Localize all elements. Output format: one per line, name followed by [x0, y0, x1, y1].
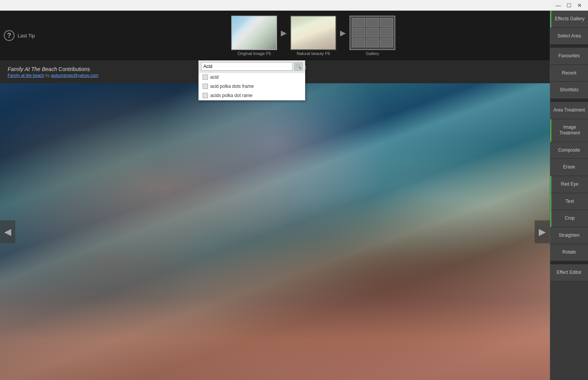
dropdown-item-2[interactable]: acids polka dot rame [199, 91, 305, 100]
sidebar-btn-red-eye[interactable]: Red Eye [550, 176, 588, 193]
item-label-2: acids polka dot rame [210, 93, 253, 98]
sidebar-divider-3 [550, 261, 588, 264]
nav-arrow-left[interactable]: ◀ [0, 220, 15, 243]
image-area: ◀ ▶ [0, 83, 550, 380]
thumb-original[interactable]: Original Image F5 [231, 16, 277, 56]
sidebar-btn-composite[interactable]: Composite [550, 142, 588, 159]
title-italic: Family At The Beach [8, 66, 57, 72]
thumbnail-strip: Original Image F5 ▶ Natural beauty F6 ▶ [43, 16, 584, 56]
dropdown-item-0[interactable]: acid [199, 73, 305, 82]
sidebar-btn-area-treatment[interactable]: Area Treatment [550, 102, 588, 119]
sidebar-btn-straighten[interactable]: Straighten [550, 227, 588, 244]
sidebar-btn-shortlists[interactable]: Shortlists [550, 82, 588, 99]
thumb-gallery[interactable]: Gallery [350, 16, 395, 56]
sidebar-btn-effect-editor[interactable]: Effect Editor [550, 264, 588, 281]
search-dropdown: 🔍 acid acid polka dots frame acids polka… [198, 60, 305, 100]
item-icon-0 [203, 74, 208, 80]
by-label: by [44, 73, 51, 78]
thumb-img-original[interactable] [231, 16, 277, 50]
thumb-label-original: Original Image F5 [238, 51, 271, 56]
item-label-1: acid polka dots frame [210, 84, 254, 89]
sidebar-divider-1 [550, 45, 588, 48]
maximize-button[interactable]: ☐ [564, 2, 574, 9]
thumb-natural-beauty[interactable]: Natural beauty F6 [290, 16, 336, 56]
main-image [0, 83, 550, 380]
sidebar-btn-text[interactable]: Text [550, 193, 588, 210]
title-normal: Contributions [57, 66, 90, 72]
author-email[interactable]: auburntoger@yahoo.com [51, 73, 98, 78]
thumb-label-natural: Natural beauty F6 [297, 51, 330, 56]
search-row: 🔍 [199, 61, 305, 73]
right-sidebar: Effects Gallery Select Area Favourites R… [550, 11, 588, 380]
thumb-img-natural[interactable] [290, 16, 336, 50]
sidebar-btn-rotate[interactable]: Rotate [550, 244, 588, 261]
thumb-label-gallery: Gallery [366, 51, 379, 56]
sidebar-btn-effects-gallery[interactable]: Effects Gallery [550, 11, 588, 28]
thumb-arrow-1: ▶ [277, 28, 290, 37]
author-link[interactable]: Family at the beach [8, 73, 44, 78]
search-input[interactable] [201, 62, 293, 71]
nav-arrow-right[interactable]: ▶ [535, 220, 550, 243]
thumb-arrow-2: ▶ [336, 28, 350, 37]
item-icon-1 [203, 84, 208, 89]
item-icon-2 [203, 93, 208, 98]
search-button[interactable]: 🔍 [294, 62, 303, 71]
gallery-grid[interactable] [350, 16, 395, 50]
sidebar-btn-crop[interactable]: Crop [550, 210, 588, 227]
sidebar-btn-select-area[interactable]: Select Area [550, 28, 588, 45]
sidebar-btn-favourites[interactable]: Favourites [550, 48, 588, 65]
top-strip: ? Last Tip Original Image F5 ▶ Natural b… [0, 11, 588, 60]
sidebar-btn-erase[interactable]: Erase [550, 159, 588, 176]
help-icon[interactable]: ? [4, 30, 14, 41]
help-area: ? Last Tip [4, 30, 35, 41]
sidebar-btn-image-treatment[interactable]: Image Treatment [550, 119, 588, 142]
last-tip-label: Last Tip [18, 33, 35, 39]
item-label-0: acid [210, 74, 219, 80]
dropdown-item-1[interactable]: acid polka dots frame [199, 82, 305, 91]
title-bar: — ☐ ✕ [0, 0, 588, 11]
main-area: Family At The Beach Contributions Family… [0, 60, 550, 380]
close-button[interactable]: ✕ [574, 2, 585, 9]
sidebar-btn-recent[interactable]: Recent [550, 65, 588, 82]
minimize-button[interactable]: — [553, 2, 564, 9]
sidebar-divider-2 [550, 99, 588, 102]
